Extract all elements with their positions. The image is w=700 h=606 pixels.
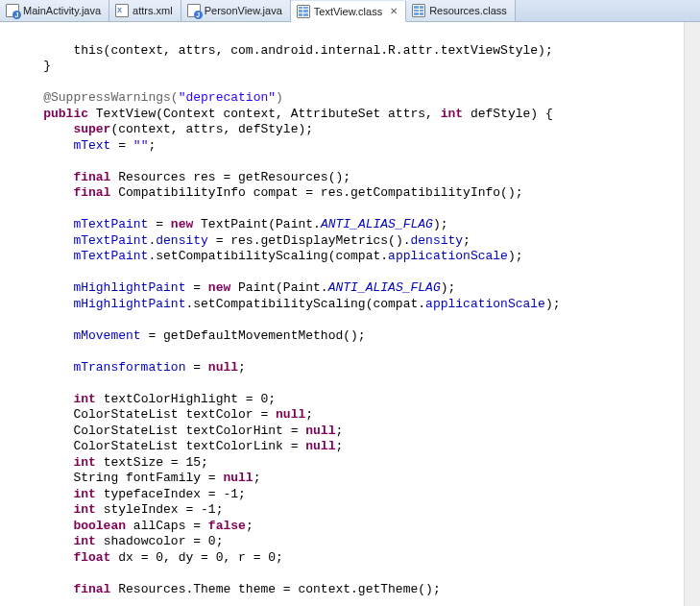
code-line: mTextPaint <box>13 249 148 263</box>
code-line: float <box>13 550 110 565</box>
code-line: public <box>13 107 88 121</box>
code-line: mText <box>13 138 110 153</box>
code-line: @SuppressWarnings( <box>13 90 179 105</box>
code-line: int <box>13 487 96 501</box>
code-line: int <box>13 392 96 406</box>
tab-resources-class[interactable]: Resources.class <box>406 0 516 21</box>
code-line: final <box>13 185 110 200</box>
class-file-icon <box>297 5 310 18</box>
code-line: ColorStateList textColorHint = <box>13 424 305 438</box>
code-content: this(context, attrs, com.android.interna… <box>0 22 700 606</box>
code-line: int <box>13 502 96 517</box>
java-file-icon: J <box>6 4 19 17</box>
tab-label: PersonView.java <box>205 5 282 16</box>
tab-main-activity[interactable]: J MainActivity.java <box>0 0 109 21</box>
code-line: mTransformation <box>13 360 185 375</box>
code-line: mMovement <box>13 328 141 343</box>
tab-label: Resources.class <box>429 5 507 16</box>
vertical-scrollbar[interactable] <box>684 22 700 606</box>
code-line: int <box>13 534 96 548</box>
tab-text-view-class[interactable]: TextView.class ✕ <box>291 1 406 22</box>
code-line: } <box>13 59 51 73</box>
code-editor[interactable]: this(context, attrs, com.android.interna… <box>0 22 700 606</box>
tab-attrs-xml[interactable]: x attrs.xml <box>109 0 181 21</box>
code-line: int <box>13 455 96 470</box>
tab-label: MainActivity.java <box>23 5 101 16</box>
code-line: mHighlightPaint <box>13 297 185 311</box>
tab-label: attrs.xml <box>133 5 173 16</box>
code-line: final <box>13 170 110 184</box>
editor-tab-bar: J MainActivity.java x attrs.xml J Person… <box>0 0 700 22</box>
code-line: mTextPaint <box>13 217 148 231</box>
code-line: super <box>13 122 110 136</box>
tab-label: TextView.class <box>314 6 382 17</box>
tab-person-view[interactable]: J PersonView.java <box>181 0 291 21</box>
code-line: ColorStateList textColor = <box>13 407 276 422</box>
code-line: mTextPaint <box>13 233 148 248</box>
xml-file-icon: x <box>115 4 129 17</box>
code-line: this(context, attrs, com.android.interna… <box>13 43 553 58</box>
class-file-icon <box>412 4 425 17</box>
code-line: final <box>13 582 110 596</box>
java-file-icon: J <box>187 4 201 17</box>
code-line: mHighlightPaint <box>13 280 185 295</box>
code-line: boolean <box>13 519 126 533</box>
close-icon[interactable]: ✕ <box>390 6 398 16</box>
code-line: String fontFamily = <box>13 471 223 485</box>
code-line: ColorStateList textColorLink = <box>13 439 305 453</box>
